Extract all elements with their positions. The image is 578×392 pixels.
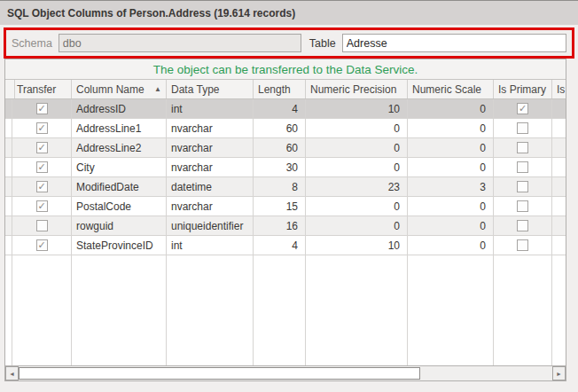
- cell-numeric-precision: 0: [306, 138, 408, 157]
- transfer-checkbox[interactable]: [36, 220, 48, 231]
- cell-numeric-scale: 0: [408, 99, 494, 118]
- is-primary-checkbox[interactable]: [517, 200, 528, 212]
- header-length[interactable]: Length: [254, 80, 306, 98]
- cell-length: 30: [254, 158, 306, 176]
- header-column-name[interactable]: Column Name ▲: [72, 80, 167, 98]
- cell-length: 60: [254, 119, 306, 137]
- cell-is-primary: [494, 158, 552, 176]
- row-indicator: [5, 177, 12, 196]
- row-indicator: [5, 197, 12, 216]
- row-indicator: [5, 158, 12, 176]
- cell-column-name: AddressLine1: [72, 119, 167, 137]
- is-primary-checkbox[interactable]: [517, 122, 528, 134]
- cell-column-name: AddressID: [72, 99, 167, 118]
- scroll-left-icon: ◄: [9, 371, 15, 377]
- cell-length: 4: [254, 99, 306, 118]
- scroll-left-button[interactable]: ◄: [5, 366, 19, 380]
- transfer-checkbox[interactable]: ✓: [36, 103, 48, 114]
- table-row[interactable]: ✓ModifiedDatedatetime8233: [5, 177, 566, 197]
- cell-is-cropped: [552, 158, 566, 176]
- row-indicator: [5, 216, 12, 235]
- cell-numeric-precision: 10: [306, 99, 408, 118]
- cell-numeric-precision: 10: [306, 236, 408, 255]
- cell-transfer: ✓: [12, 236, 72, 255]
- cell-numeric-scale: 0: [408, 119, 494, 137]
- cell-transfer: ✓: [12, 119, 72, 137]
- is-primary-checkbox[interactable]: ✓: [517, 103, 528, 114]
- transfer-checkbox[interactable]: ✓: [36, 122, 48, 134]
- table-row[interactable]: ✓AddressLine1nvarchar6000: [5, 119, 566, 138]
- header-is-primary[interactable]: Is Primary: [494, 80, 552, 98]
- header-numeric-scale[interactable]: Numeric Scale: [408, 80, 494, 98]
- cell-numeric-scale: 3: [408, 177, 494, 196]
- table-row[interactable]: ✓AddressLine2nvarchar6000: [5, 138, 566, 158]
- cell-transfer: ✓: [12, 138, 72, 157]
- cell-numeric-precision: 0: [306, 197, 408, 216]
- cell-numeric-precision: 0: [306, 216, 408, 235]
- table-row[interactable]: ✓PostalCodenvarchar1500: [5, 197, 566, 216]
- cell-column-name: City: [72, 158, 167, 176]
- cell-is-cropped: [552, 99, 566, 118]
- is-primary-checkbox[interactable]: [517, 181, 528, 192]
- schema-label: Schema: [12, 37, 52, 50]
- columns-grid: The object can be transferred to the Dat…: [4, 59, 566, 381]
- cell-numeric-precision: 23: [306, 177, 408, 196]
- cell-is-cropped: [552, 197, 566, 216]
- cell-numeric-scale: 0: [408, 216, 494, 235]
- scrollbar-track[interactable]: [420, 366, 552, 380]
- cell-data-type: nvarchar: [167, 158, 254, 176]
- cell-numeric-precision: 0: [306, 158, 408, 176]
- table-row[interactable]: ✓AddressIDint4100✓: [5, 99, 566, 119]
- table-row[interactable]: ✓Citynvarchar3000: [5, 158, 566, 177]
- cell-length: 4: [254, 236, 306, 255]
- cell-is-primary: ✓: [494, 99, 552, 118]
- page-title: SQL Object Columns of Person.Address (19…: [7, 7, 295, 20]
- cell-column-name: StateProvinceID: [72, 236, 167, 255]
- object-name-panel: Schema Table: [4, 27, 574, 59]
- transfer-checkbox[interactable]: ✓: [36, 142, 48, 153]
- table-label: Table: [309, 37, 336, 50]
- horizontal-scrollbar[interactable]: ◄ ►: [5, 365, 566, 380]
- status-message: The object can be transferred to the Dat…: [5, 59, 566, 79]
- is-primary-checkbox[interactable]: [517, 220, 528, 231]
- cell-is-primary: [494, 197, 552, 216]
- header-numeric-precision[interactable]: Numeric Precision: [306, 80, 408, 98]
- header-data-type[interactable]: Data Type: [167, 80, 254, 98]
- table-row[interactable]: ✓StateProvinceIDint4100: [5, 236, 566, 255]
- cell-numeric-precision: 0: [306, 119, 408, 137]
- is-primary-checkbox[interactable]: [517, 161, 528, 173]
- scrollbar-thumb[interactable]: [19, 367, 420, 380]
- cell-length: 60: [254, 138, 306, 157]
- cell-numeric-scale: 0: [408, 138, 494, 157]
- transfer-checkbox[interactable]: ✓: [36, 181, 48, 192]
- is-primary-checkbox[interactable]: [517, 142, 528, 153]
- table-input[interactable]: [342, 34, 566, 52]
- cell-data-type: int: [167, 99, 254, 118]
- schema-input: [59, 34, 301, 52]
- cell-is-cropped: [552, 236, 566, 255]
- cell-data-type: int: [167, 236, 254, 255]
- cell-column-name: rowguid: [72, 216, 167, 235]
- header-transfer[interactable]: Transfer: [12, 80, 72, 98]
- cell-transfer: ✓: [12, 177, 72, 196]
- cell-transfer: ✓: [12, 197, 72, 216]
- transfer-checkbox[interactable]: ✓: [36, 200, 48, 212]
- cell-numeric-scale: 0: [408, 197, 494, 216]
- row-indicator: [5, 236, 12, 255]
- scroll-right-button[interactable]: ►: [552, 366, 566, 380]
- row-indicator: [5, 138, 12, 157]
- header-is-cropped[interactable]: Is: [552, 80, 566, 98]
- cell-data-type: uniqueidentifier: [167, 216, 254, 235]
- scroll-right-icon: ►: [556, 371, 562, 377]
- grid-header-row: Transfer Column Name ▲ Data Type Length …: [5, 79, 566, 99]
- transfer-checkbox[interactable]: ✓: [36, 161, 48, 173]
- cell-column-name: AddressLine2: [72, 138, 167, 157]
- cell-is-primary: [494, 236, 552, 255]
- transfer-checkbox[interactable]: ✓: [36, 239, 48, 251]
- cell-numeric-scale: 0: [408, 236, 494, 255]
- cell-data-type: nvarchar: [167, 119, 254, 137]
- table-row[interactable]: rowguiduniqueidentifier1600: [5, 216, 566, 236]
- cell-is-primary: [494, 119, 552, 137]
- is-primary-checkbox[interactable]: [517, 239, 528, 251]
- cell-transfer: ✓: [12, 158, 72, 176]
